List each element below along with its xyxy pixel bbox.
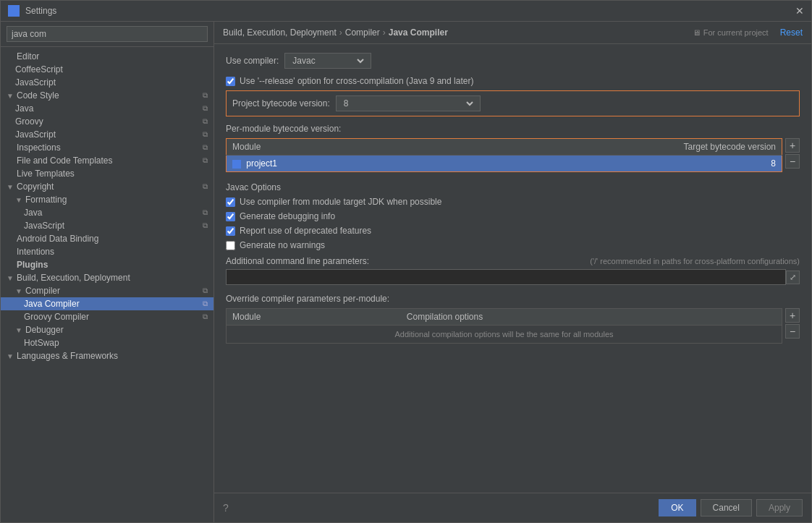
sidebar-item-label: JavaScript bbox=[15, 77, 56, 88]
remove-module-button[interactable]: − bbox=[785, 154, 800, 169]
sidebar-item-code-style-groovy[interactable]: Groovy ⧉ bbox=[1, 115, 213, 128]
sidebar-item-formatting-javascript[interactable]: JavaScript ⧉ bbox=[1, 219, 213, 232]
table-row[interactable]: project1 8 bbox=[227, 156, 782, 172]
col-module: Module bbox=[227, 139, 423, 156]
sidebar-item-file-templates[interactable]: File and Code Templates ⧉ bbox=[1, 154, 213, 167]
sidebar-item-code-style-javascript[interactable]: JavaScript ⧉ bbox=[1, 128, 213, 141]
javac-checkbox-1[interactable] bbox=[226, 197, 235, 207]
sidebar-item-code-style-java[interactable]: Java ⧉ bbox=[1, 102, 213, 115]
sidebar-item-coffeescript[interactable]: CoffeeScript bbox=[1, 63, 213, 76]
sidebar-item-copyright[interactable]: ▼ Copyright ⧉ bbox=[1, 180, 213, 193]
override-table-wrapper: Module Compilation options Additional co… bbox=[226, 308, 800, 344]
javac-checkbox-4[interactable] bbox=[226, 241, 235, 250]
footer: ? OK Cancel Apply bbox=[214, 493, 811, 522]
sidebar-item-label: HotSwap bbox=[24, 338, 59, 348]
reset-button[interactable]: Reset bbox=[780, 27, 803, 38]
sidebar-item-label: CoffeeScript bbox=[15, 64, 63, 75]
javac-option-4: Generate no warnings bbox=[226, 240, 800, 250]
help-button[interactable]: ? bbox=[223, 502, 229, 514]
release-option-label: Use '--release' option for cross-compila… bbox=[240, 76, 473, 86]
use-compiler-label: Use compiler: bbox=[226, 56, 279, 66]
remove-override-button[interactable]: − bbox=[785, 324, 800, 339]
copy-icon: ⧉ bbox=[203, 156, 208, 165]
breadcrumb-part2: Compiler bbox=[345, 27, 380, 38]
sidebar-item-inspections[interactable]: Inspections ⧉ bbox=[1, 141, 213, 154]
sidebar-item-label: Intentions bbox=[17, 247, 54, 257]
sidebar-item-plugins[interactable]: Plugins bbox=[1, 258, 213, 271]
cancel-button[interactable]: Cancel bbox=[701, 499, 752, 516]
col-version: Target bytecode version bbox=[423, 139, 782, 156]
sidebar-item-code-style[interactable]: ▼ Code Style ⧉ bbox=[1, 89, 213, 102]
sidebar-item-label: Inspections bbox=[17, 143, 61, 153]
panel-content: Use compiler: Javac Eclipse Ajc Use '--r… bbox=[214, 44, 811, 493]
override-table: Module Compilation options Additional co… bbox=[226, 308, 782, 344]
sidebar-item-debugger[interactable]: ▼ Debugger bbox=[1, 323, 213, 336]
override-col-options: Compilation options bbox=[401, 309, 782, 326]
breadcrumb: Build, Execution, Deployment › Compiler … bbox=[223, 27, 448, 38]
title-bar: Settings ✕ bbox=[1, 1, 811, 22]
javac-option-2: Generate debugging info bbox=[226, 211, 800, 221]
sidebar-item-label: Debugger bbox=[25, 325, 64, 335]
sidebar-item-label: Languages & Frameworks bbox=[17, 351, 118, 361]
main-panel: Build, Execution, Deployment › Compiler … bbox=[214, 22, 811, 522]
copy-icon: ⧉ bbox=[203, 286, 208, 295]
add-module-button[interactable]: + bbox=[785, 138, 800, 153]
copy-icon: ⧉ bbox=[203, 104, 208, 113]
javac-label-4: Generate no warnings bbox=[240, 240, 325, 250]
sidebar-item-formatting[interactable]: ▼ Formatting bbox=[1, 193, 213, 206]
cmd-expand-button[interactable]: ⤢ bbox=[786, 271, 800, 284]
app-icon bbox=[8, 5, 20, 17]
sidebar-item-build-execution[interactable]: ▼ Build, Execution, Deployment bbox=[1, 271, 213, 284]
sidebar-item-label: Editor bbox=[17, 51, 39, 61]
javac-label-3: Report use of deprecated features bbox=[240, 226, 371, 236]
sidebar-item-label: Android Data Binding bbox=[17, 234, 98, 244]
module-table-buttons: + − bbox=[785, 138, 800, 169]
sidebar-item-compiler[interactable]: ▼ Compiler ⧉ bbox=[1, 284, 213, 297]
javac-checkbox-3[interactable] bbox=[226, 226, 235, 236]
javac-title: Javac Options bbox=[226, 182, 800, 192]
breadcrumb-part1: Build, Execution, Deployment bbox=[223, 27, 337, 38]
close-button[interactable]: ✕ bbox=[795, 5, 804, 17]
breadcrumb-sep1: › bbox=[339, 27, 342, 38]
javac-checkbox-2[interactable] bbox=[226, 212, 235, 221]
sidebar-item-android-data-binding[interactable]: Android Data Binding bbox=[1, 232, 213, 245]
apply-button[interactable]: Apply bbox=[756, 499, 803, 516]
sidebar-item-java-compiler[interactable]: Java Compiler ⧉ bbox=[1, 297, 213, 310]
override-table-buttons: + − bbox=[785, 308, 800, 339]
module-name: project1 bbox=[246, 158, 277, 169]
compiler-select[interactable]: Javac Eclipse Ajc bbox=[284, 53, 371, 69]
title-bar-left: Settings bbox=[8, 5, 56, 17]
search-input[interactable] bbox=[7, 26, 208, 42]
sidebar-item-editor[interactable]: Editor bbox=[1, 50, 213, 63]
breadcrumb-sep2: › bbox=[383, 27, 386, 38]
bytecode-version-dropdown[interactable]: 891011 bbox=[341, 98, 475, 109]
release-option-checkbox[interactable] bbox=[226, 77, 235, 86]
bytecode-version-row: Project bytecode version: 891011 bbox=[226, 90, 800, 116]
sidebar-item-label: Build, Execution, Deployment bbox=[17, 273, 130, 283]
sidebar-item-groovy-compiler[interactable]: Groovy Compiler ⧉ bbox=[1, 310, 213, 323]
bytecode-version-select[interactable]: 891011 bbox=[336, 95, 481, 111]
sidebar-item-javascript-editor[interactable]: JavaScript bbox=[1, 76, 213, 89]
compiler-dropdown[interactable]: Javac Eclipse Ajc bbox=[289, 55, 366, 67]
sidebar-item-label: Java bbox=[15, 103, 33, 114]
sidebar-item-live-templates[interactable]: Live Templates bbox=[1, 167, 213, 180]
bytecode-version-label: Project bytecode version: bbox=[232, 98, 330, 109]
sidebar-item-intentions[interactable]: Intentions bbox=[1, 245, 213, 258]
sidebar-item-label: Formatting bbox=[25, 195, 67, 205]
module-table-wrapper: Module Target bytecode version project1 … bbox=[226, 138, 800, 175]
cmd-hint-text: ('/' recommended in paths for cross-plat… bbox=[590, 257, 800, 265]
sidebar-item-formatting-java[interactable]: Java ⧉ bbox=[1, 206, 213, 219]
sidebar-item-label: Plugins bbox=[17, 260, 48, 270]
copy-icon: ⧉ bbox=[203, 221, 208, 230]
cmd-input[interactable] bbox=[226, 269, 786, 285]
copy-icon: ⧉ bbox=[203, 117, 208, 126]
module-cell: project1 bbox=[227, 156, 423, 172]
copy-icon: ⧉ bbox=[203, 143, 208, 152]
add-override-button[interactable]: + bbox=[785, 308, 800, 323]
javac-label-1: Use compiler from module target JDK when… bbox=[240, 197, 441, 207]
sidebar-item-languages-frameworks[interactable]: ▼ Languages & Frameworks bbox=[1, 349, 213, 362]
sidebar-item-label: Live Templates bbox=[17, 169, 75, 179]
sidebar-item-hotswap[interactable]: HotSwap bbox=[1, 336, 213, 349]
arrow-icon: ▼ bbox=[7, 274, 14, 282]
ok-button[interactable]: OK bbox=[659, 499, 695, 516]
